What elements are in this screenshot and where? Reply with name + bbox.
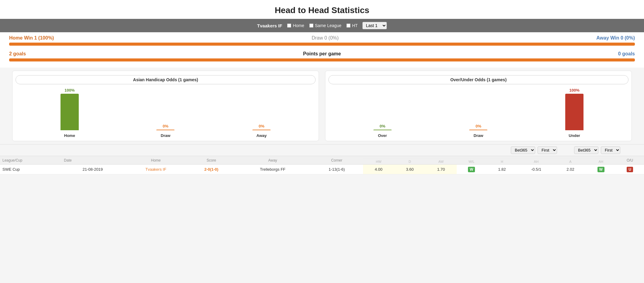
col-h: H: [486, 159, 518, 165]
col-group-2: [486, 156, 616, 159]
col-hw: HW: [363, 159, 394, 165]
table-section: Bet365 First Bet365 First League/Cup Dat…: [0, 144, 644, 174]
score-link[interactable]: 2-0(1-0): [204, 167, 218, 172]
table-row: SWE Cup 21-08-2019 Tvaakers IF 2-0(1-0) …: [0, 165, 644, 174]
cell-h: 1.82: [486, 165, 518, 174]
col-aw: AW: [425, 159, 457, 165]
table-controls: Bet365 First Bet365 First: [0, 144, 644, 156]
bar-draw-ah-label: Draw: [161, 133, 171, 138]
col-d: D: [394, 159, 425, 165]
draw-label: Draw 0 (0%): [312, 35, 339, 41]
bar-draw-ah-rect: [156, 130, 175, 130]
odds-section: Asian Handicap Odds (1 games) 100% Home …: [0, 68, 644, 144]
over-under-title: Over/Under Odds (1 games): [328, 75, 628, 84]
goals-labels: 2 goals Points per game 0 goals: [9, 51, 635, 57]
bar-away-ah: 0% Away: [252, 124, 271, 138]
bar-home-label: Home: [64, 133, 75, 138]
bar-away-ah-rect: [252, 130, 271, 130]
cell-wl: W: [457, 165, 486, 174]
bar-under-rect: [565, 94, 583, 130]
first-select-1[interactable]: First: [538, 146, 557, 154]
bar-draw-ou-label: Draw: [474, 133, 483, 138]
bar-under-pct: 100%: [570, 88, 580, 93]
col-league: League/Cup: [0, 156, 61, 165]
col-score: Score: [188, 156, 235, 165]
col-a: A: [555, 159, 586, 165]
home-win-label: Home Win 1 (100%): [9, 35, 54, 41]
bet365-select-2[interactable]: Bet365: [574, 146, 598, 154]
cell-d: 3.60: [394, 165, 425, 174]
cell-away: Trelleborgs FF: [235, 165, 310, 174]
page-title: Head to Head Statistics: [0, 0, 644, 19]
same-league-checkbox[interactable]: [309, 23, 313, 28]
cell-home: Tvaakers IF: [124, 165, 188, 174]
first-select-2[interactable]: First: [601, 146, 620, 154]
away-win-label: Away Win 0 (0%): [596, 35, 635, 41]
home-team-link[interactable]: Tvaakers IF: [145, 167, 166, 172]
col-wl: W/L: [457, 159, 486, 165]
wdl-labels: Home Win 1 (100%) Draw 0 (0%) Away Win 0…: [9, 35, 635, 41]
col-home: Home: [124, 156, 188, 165]
cell-league: SWE Cup: [0, 165, 61, 174]
bar-under: 100% Under: [565, 88, 583, 138]
goals-left: 2 goals: [9, 51, 26, 57]
col-date: Date: [61, 156, 124, 165]
filter-bar: Tvaakers IF Home Same League HT Last 1 L…: [0, 19, 644, 32]
bar-away-ah-label: Away: [256, 133, 267, 138]
cell-a: 2.02: [555, 165, 586, 174]
bar-under-label: Under: [569, 133, 580, 138]
bar-home-rect: [61, 94, 79, 130]
cell-ou: U: [616, 165, 644, 174]
cell-aw: 1.70: [425, 165, 457, 174]
bar-home: 100% Home: [61, 88, 79, 138]
team-name: Tvaakers IF: [257, 23, 282, 28]
bar-over-rect: [373, 130, 392, 130]
home-checkbox[interactable]: [287, 23, 291, 28]
asian-handicap-title: Asian Handicap Odds (1 games): [16, 75, 316, 84]
bar-draw-ou: 0% Draw: [469, 124, 487, 138]
wdl-bar: [9, 43, 635, 46]
goals-right: 0 goals: [618, 51, 635, 57]
wdl-section: Home Win 1 (100%) Draw 0 (0%) Away Win 0…: [0, 32, 644, 46]
cell-date: 21-08-2019: [61, 165, 124, 174]
goals-center: Points per game: [303, 51, 341, 57]
col-corner: Corner: [310, 156, 363, 165]
bar-over: 0% Over: [373, 124, 392, 138]
col-ou: O/U: [616, 156, 644, 165]
bet365-select-1[interactable]: Bet365: [511, 146, 535, 154]
ht-filter[interactable]: HT: [346, 23, 358, 28]
col-away: Away: [235, 156, 310, 165]
bar-over-label: Over: [378, 133, 387, 138]
col-group-1: [363, 156, 486, 159]
cell-ah: -0.5/1: [518, 165, 555, 174]
col-ah: AH: [518, 159, 555, 165]
wl-badge: W: [468, 167, 475, 172]
goals-section: 2 goals Points per game 0 goals: [0, 49, 644, 68]
ah-result-badge: W: [597, 167, 604, 172]
col-ah2: AH: [586, 159, 616, 165]
cell-score: 2-0(1-0): [188, 165, 235, 174]
bar-draw-ou-rect: [469, 130, 487, 130]
bar-draw-ah: 0% Draw: [156, 124, 175, 138]
cell-corner: 1-13(1-6): [310, 165, 363, 174]
over-under-panel: Over/Under Odds (1 games) 0% Over 0% Dra…: [325, 71, 632, 141]
home-filter[interactable]: Home: [287, 23, 304, 28]
page-container: Head to Head Statistics Tvaakers IF Home…: [0, 0, 644, 174]
ou-badge: U: [627, 167, 633, 172]
goals-bar: [9, 58, 635, 61]
cell-ah-result: W: [586, 165, 616, 174]
bar-draw-ou-pct: 0%: [476, 124, 481, 128]
bar-away-ah-pct: 0%: [259, 124, 265, 128]
last-select[interactable]: Last 1 Last 3 Last 5 Last 10: [362, 22, 387, 29]
ht-checkbox[interactable]: [346, 23, 351, 28]
asian-handicap-panel: Asian Handicap Odds (1 games) 100% Home …: [12, 71, 319, 141]
header-row-1: League/Cup Date Home Score Away Corner O…: [0, 156, 644, 159]
stats-table: League/Cup Date Home Score Away Corner O…: [0, 156, 644, 174]
bar-over-pct: 0%: [379, 124, 385, 128]
bar-draw-ah-pct: 0%: [163, 124, 168, 128]
bar-home-pct: 100%: [64, 88, 74, 93]
same-league-filter[interactable]: Same League: [309, 23, 341, 28]
cell-hw: 4.00: [363, 165, 394, 174]
